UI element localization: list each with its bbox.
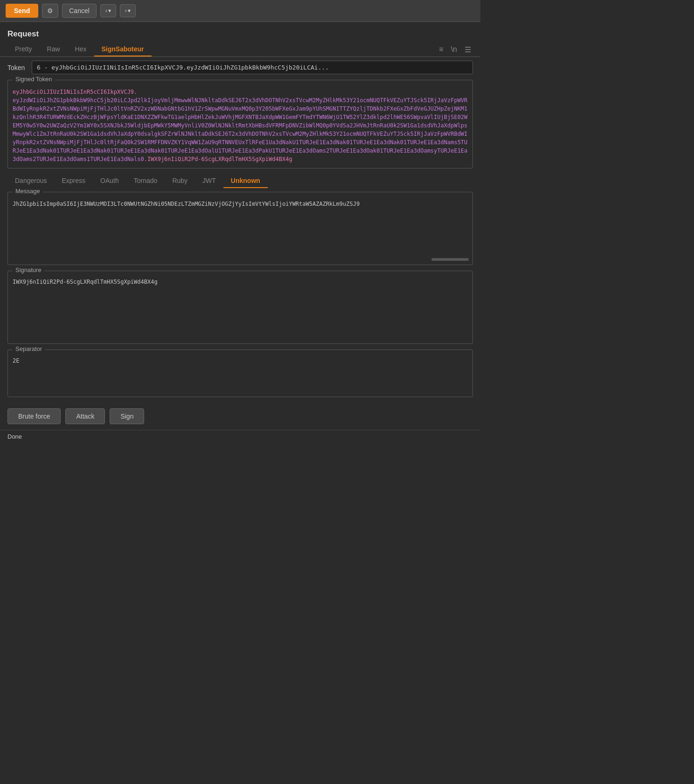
scrollbar-hint [431, 258, 469, 261]
newline-icon[interactable]: \n [449, 44, 459, 55]
gear-button[interactable]: ⚙ [42, 4, 58, 18]
signature-area: IWX9j6nIiQiR2Pd-6ScgLXRqdlTmHX5SgXpiWd4B… [8, 271, 472, 343]
tab-icons: ≡ \n ☰ [437, 44, 473, 55]
token-purple-payload: eyJzdWIiOiJhZG1pbkBkbW9hcC5jb20iLCJpd2lk… [13, 97, 467, 162]
token-pink-header: eyJhbGciOiJIUzI1NiIsInR5cCI6IkpXVCJ9 [13, 89, 134, 95]
sub-tab-tornado[interactable]: Tornado [126, 174, 165, 188]
tab-raw[interactable]: Raw [40, 42, 68, 56]
tab-signsaboteur[interactable]: SignSaboteur [94, 42, 152, 56]
nav-forward-button[interactable]: › ▾ [120, 4, 136, 17]
nav-forward-icon: › [125, 7, 127, 14]
sub-tabs-row: Dangerous Express OAuth Tornado Ruby JWT… [0, 174, 480, 188]
toolbar: Send ⚙ Cancel ‹ ▾ › ▾ [0, 0, 480, 22]
message-area: JhZG1pbiIsImp0aSI6IjE3NWUzMDI3LTc0NWUtNG… [8, 192, 472, 265]
separator-box: Separator 2E [7, 350, 473, 397]
signed-token-box: Signed Token eyJhbGciOiJIUzI1NiIsInR5cCI… [7, 80, 473, 168]
brute-force-button[interactable]: Brute force [7, 408, 61, 424]
request-tabs: Pretty Raw Hex SignSaboteur [7, 42, 152, 56]
message-value: JhZG1pbiIsImp0aSI6IjE3NWUzMDI3LTc0NWUtNG… [13, 201, 360, 207]
signed-token-legend: Signed Token [13, 76, 55, 83]
sub-tab-jwt[interactable]: JWT [195, 174, 223, 188]
nav-back-icon: ‹ [105, 7, 107, 14]
status-bar: Done [0, 430, 480, 443]
nav-back-button[interactable]: ‹ ▾ [100, 4, 116, 17]
menu-icon[interactable]: ☰ [463, 44, 473, 55]
sub-tab-ruby[interactable]: Ruby [165, 174, 195, 188]
attack-button[interactable]: Attack [65, 408, 105, 424]
message-box: Message JhZG1pbiIsImp0aSI6IjE3NWUzMDI3LT… [7, 192, 473, 265]
token-pink-sig: IWX9j6nIiQiR2Pd-6ScgLXRqdlTmHX5SgXpiWd4B… [147, 156, 292, 162]
signature-value: IWX9j6nIiQiR2Pd-6ScgLXRqdlTmHX5SgXpiWd4B… [13, 279, 158, 285]
request-title: Request [0, 29, 480, 42]
main-content: Request Pretty Raw Hex SignSaboteur ≡ \n… [0, 22, 480, 443]
nav-forward-dropdown-icon: ▾ [128, 7, 131, 14]
list-icon[interactable]: ≡ [437, 44, 445, 55]
token-label: Token [7, 64, 28, 71]
signature-box: Signature IWX9j6nIiQiR2Pd-6ScgLXRqdlTmHX… [7, 271, 473, 344]
token-sep2: . [144, 156, 147, 162]
bottom-actions: Brute force Attack Sign [0, 403, 480, 430]
sub-tab-dangerous[interactable]: Dangerous [7, 174, 55, 188]
separator-area: 2E [8, 350, 472, 397]
token-input[interactable] [32, 61, 473, 74]
sign-button[interactable]: Sign [110, 408, 144, 424]
sub-tab-express[interactable]: Express [55, 174, 93, 188]
token-row: Token [0, 61, 480, 74]
nav-back-group: ‹ ▾ [100, 4, 116, 17]
nav-forward-group: › ▾ [120, 4, 136, 17]
separator-value: 2E [13, 357, 19, 364]
status-text: Done [7, 433, 22, 440]
token-sep1: . [134, 89, 137, 95]
tab-hex[interactable]: Hex [68, 42, 94, 56]
separator-legend: Separator [13, 345, 45, 352]
request-tabs-row: Pretty Raw Hex SignSaboteur ≡ \n ☰ [0, 42, 480, 57]
sub-tab-unknown[interactable]: Unknown [223, 174, 268, 188]
tab-pretty[interactable]: Pretty [7, 42, 40, 56]
signature-legend: Signature [13, 266, 44, 273]
cancel-button[interactable]: Cancel [62, 4, 97, 18]
sub-tab-oauth[interactable]: OAuth [93, 174, 126, 188]
signed-token-area: eyJhbGciOiJIUzI1NiIsInR5cCI6IkpXVCJ9. ey… [8, 80, 472, 168]
send-button[interactable]: Send [6, 4, 38, 18]
nav-back-dropdown-icon: ▾ [108, 7, 111, 14]
